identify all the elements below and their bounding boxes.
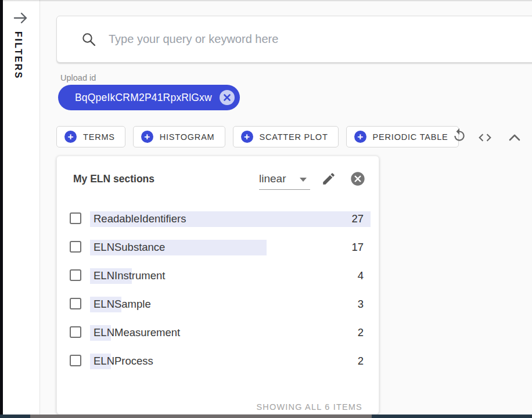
row-label: ELNSubstance: [94, 241, 165, 254]
collapse-panel-chevron-up-icon[interactable]: [508, 132, 522, 143]
close-card-icon[interactable]: [350, 171, 366, 187]
filter-row[interactable]: ELNSample3: [57, 290, 380, 319]
plus-icon: +: [354, 131, 366, 143]
open-sidebar-arrow-icon[interactable]: [11, 8, 31, 28]
row-checkbox[interactable]: [70, 326, 81, 338]
row-count: 4: [358, 269, 364, 282]
widget-button-label: PERIODIC TABLE: [373, 132, 448, 142]
row-label: ELNSample: [94, 298, 151, 311]
filter-row[interactable]: ELNInstrument4: [57, 262, 380, 290]
add-periodic-table-button[interactable]: +PERIODIC TABLE: [346, 126, 459, 147]
row-label: ELNProcess: [94, 355, 153, 367]
upload-id-chip[interactable]: BqQpeIkCRM2P41RpxRlGxw: [58, 85, 240, 110]
plus-icon: +: [141, 131, 153, 143]
row-checkbox[interactable]: [70, 212, 81, 224]
row-count: 27: [351, 212, 364, 225]
row-checkbox[interactable]: [70, 241, 81, 253]
widget-button-label: SCATTER PLOT: [260, 132, 328, 142]
edit-pencil-icon[interactable]: [321, 171, 336, 186]
scale-select-underline: [259, 189, 310, 190]
add-scatter-plot-button[interactable]: +SCATTER PLOT: [233, 126, 339, 147]
top-shadow: [0, 0, 532, 2]
row-checkbox[interactable]: [70, 269, 81, 281]
card-title: My ELN sections: [73, 173, 154, 185]
filters-label: FILTERS: [13, 31, 23, 80]
row-count: 2: [358, 326, 364, 339]
row-count: 17: [351, 241, 364, 254]
filter-row[interactable]: ELNSubstance17: [57, 233, 380, 262]
horizontal-scrollbar-thumb[interactable]: [30, 415, 372, 418]
search-input[interactable]: [107, 32, 481, 46]
widget-button-label: TERMS: [83, 132, 115, 142]
caret-down-icon: [300, 178, 307, 182]
reset-statistics-icon[interactable]: [452, 128, 467, 143]
footer-strip-right: [372, 415, 532, 418]
add-terms-button[interactable]: +TERMS: [56, 126, 125, 147]
code-view-icon[interactable]: [477, 130, 493, 145]
search-icon: [81, 32, 96, 47]
search-page: FILTERS Upload id BqQpeIkCRM2P41RpxRlGxw…: [0, 0, 532, 418]
footer-strip-left: [0, 415, 30, 418]
filter-row[interactable]: ReadableIdentifiers27: [57, 205, 380, 233]
row-label: ELNMeasurement: [94, 326, 180, 339]
scale-select-value: linear: [259, 172, 286, 185]
plus-icon: +: [64, 131, 77, 143]
widget-toolbar: +TERMS+HISTOGRAM+SCATTER PLOT+PERIODIC T…: [56, 126, 459, 147]
filters-sidebar: FILTERS: [3, 0, 40, 418]
chip-delete-icon[interactable]: [219, 89, 235, 106]
filter-row[interactable]: ELNMeasurement2: [57, 319, 380, 347]
row-checkbox[interactable]: [70, 298, 81, 309]
scale-select[interactable]: linear: [259, 172, 310, 190]
search-bar: [56, 16, 532, 63]
upload-id-chip-value: BqQpeIkCRM2P41RpxRlGxw: [75, 92, 212, 104]
eln-sections-card: My ELN sections linear ReadableIdentifie…: [56, 156, 379, 415]
upload-id-label: Upload id: [60, 73, 96, 82]
filter-list: ReadableIdentifiers27ELNSubstance17ELNIn…: [57, 205, 380, 376]
filter-row[interactable]: ELNProcess2: [57, 347, 380, 376]
row-count: 2: [358, 355, 364, 367]
row-label: ELNInstrument: [94, 269, 165, 282]
widget-button-label: HISTOGRAM: [160, 132, 215, 142]
row-checkbox[interactable]: [70, 355, 81, 366]
row-label: ReadableIdentifiers: [94, 212, 186, 225]
card-footer-text: SHOWING ALL 6 ITEMS: [256, 402, 362, 412]
row-count: 3: [358, 298, 364, 311]
plus-icon: +: [241, 131, 253, 143]
add-histogram-button[interactable]: +HISTOGRAM: [133, 126, 225, 147]
